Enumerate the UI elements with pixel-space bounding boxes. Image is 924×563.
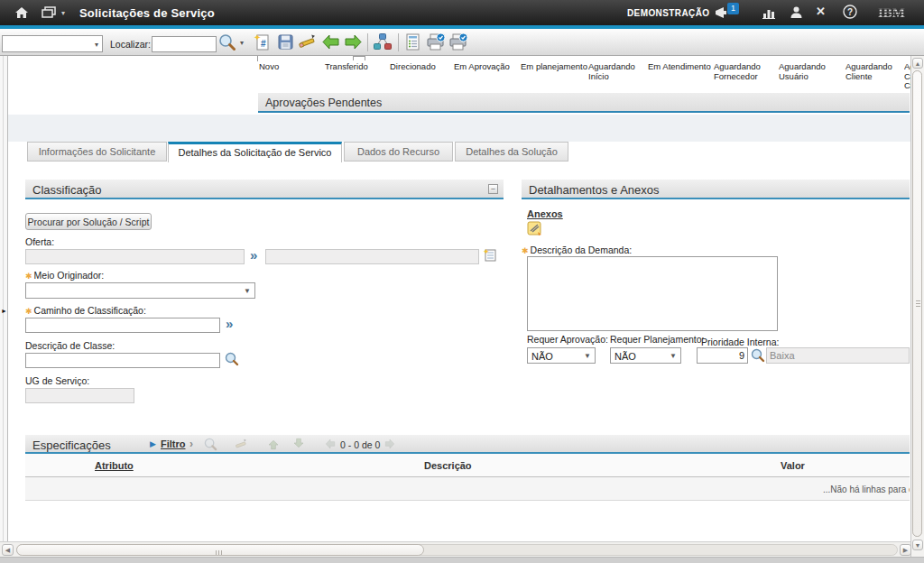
save-icon[interactable]	[276, 32, 296, 51]
vscroll-thumb[interactable]	[912, 70, 922, 537]
workflow-remnant	[257, 56, 258, 61]
next-page-icon	[384, 438, 397, 454]
goto-caret-icon[interactable]: ▾	[61, 9, 65, 17]
offer-input[interactable]	[25, 249, 245, 264]
column-atributo[interactable]: Atributo	[95, 460, 134, 471]
main-content: Novo Transferido Direcionado Em Aprovaçã…	[0, 56, 924, 541]
query-combobox[interactable]: ▾	[2, 35, 103, 52]
find-label: Localizar:	[110, 39, 151, 50]
offer-detail-chevron-icon[interactable]: »	[250, 247, 255, 263]
scroll-left-icon[interactable]: ◀	[2, 544, 14, 556]
offer-desc-input[interactable]	[265, 249, 479, 264]
ibm-logo: IBM	[877, 5, 917, 23]
attachments-link[interactable]: Anexos	[527, 208, 563, 219]
demand-label: ✱Descrição da Demanda:	[522, 245, 632, 255]
filter-expand-icon[interactable]: ▶	[150, 439, 156, 448]
band	[8, 115, 910, 142]
specifications-section-header[interactable]: Especificações ▶ Filtro › 0 - 0 de 0	[25, 435, 910, 454]
signout-icon[interactable]: ✕	[816, 5, 826, 18]
print-attachments-icon[interactable]	[448, 32, 468, 51]
hscroll-thumb[interactable]	[16, 544, 424, 556]
tab-detalhes-solicitacao[interactable]: Detalhes da Solicitação de Servico	[168, 142, 342, 162]
filter-link[interactable]: Filtro	[161, 438, 186, 449]
planning-label: Requer Planejamento:	[610, 334, 704, 345]
ug-input[interactable]	[25, 388, 134, 403]
goto-applications-icon[interactable]	[42, 6, 58, 23]
prev-row-icon	[267, 438, 280, 454]
search-icon[interactable]	[218, 33, 236, 55]
details-title: Detalhamentos e Anexos	[529, 183, 660, 197]
origin-select[interactable]: ▼	[25, 282, 255, 299]
scroll-right-icon[interactable]: ▶	[900, 544, 911, 556]
environment-label: DEMONSTRAÇÃO	[627, 8, 709, 18]
status-em-aprovacao: Em Aprovação	[454, 62, 517, 72]
priority-input[interactable]	[697, 347, 748, 364]
previous-record-icon[interactable]	[321, 32, 341, 51]
profile-icon[interactable]	[790, 5, 803, 23]
classification-path-chevron-icon[interactable]: »	[226, 316, 231, 331]
svg-text:✦: ✦	[483, 247, 490, 256]
priority-lookup-icon[interactable]	[751, 348, 765, 366]
required-icon: ✱	[522, 246, 529, 255]
priority-desc-input[interactable]	[766, 347, 910, 364]
approval-select[interactable]: NÃO▼	[527, 347, 596, 364]
planning-select[interactable]: NÃO▼	[610, 347, 681, 364]
class-lookup-icon[interactable]	[225, 352, 239, 370]
status-aguardando-cliente: Aguardando Cliente	[845, 62, 901, 81]
classification-section-header[interactable]: Classificação –	[25, 180, 504, 199]
pending-approvals-title: Aprovações Pendentes	[265, 97, 382, 109]
spec-table-header: Atributo Descrição Valor	[25, 454, 910, 477]
status-aguardando-fornecedor: Aguardando Fornecedor	[714, 62, 770, 81]
scroll-up-icon[interactable]: ▲	[912, 58, 923, 69]
filter-chevron-icon[interactable]: ›	[189, 438, 193, 450]
empty-message: ...Não há linhas para exibir...	[823, 485, 910, 494]
navigation-splitter[interactable]: ►	[0, 56, 8, 541]
column-descricao[interactable]: Descrição	[424, 460, 472, 471]
next-record-icon[interactable]	[344, 32, 364, 51]
svg-text:✦: ✦	[254, 32, 261, 42]
ug-label: UG de Serviço:	[25, 375, 89, 386]
status-em-atendimento: Em Atendimento	[648, 62, 718, 72]
status-aguardando-inicio: Aguardando Início	[588, 62, 639, 81]
approval-label: Requer Aprovação:	[527, 334, 608, 345]
expand-sidebar-icon[interactable]: ►	[1, 308, 7, 314]
edit-icon	[235, 438, 248, 455]
scroll-down-icon[interactable]: ▼	[912, 540, 923, 550]
classification-path-label: ✱Caminho de Classificação:	[25, 305, 146, 316]
details-section-header[interactable]: Detalhamentos e Anexos	[522, 180, 910, 199]
new-record-icon[interactable]: #✦	[253, 32, 273, 51]
clear-changes-icon[interactable]	[299, 32, 319, 51]
attachments-icon[interactable]	[527, 220, 543, 240]
splitter-line	[3, 56, 4, 541]
reports-chart-icon[interactable]	[762, 6, 776, 23]
minimize-icon[interactable]: –	[488, 184, 498, 194]
column-valor[interactable]: Valor	[781, 460, 805, 471]
tab-detalhes-solucao[interactable]: Detalhes da Solução	[455, 142, 568, 162]
search-options-caret-icon[interactable]: ▾	[240, 39, 244, 47]
demand-textarea[interactable]	[527, 256, 778, 331]
spec-table-empty-row: ...Não há linhas para exibir...	[25, 477, 910, 501]
search-solution-button[interactable]: Procurar por Solução / Script	[25, 213, 152, 230]
pending-approvals-header[interactable]: Aprovações Pendentes	[258, 93, 910, 113]
classification-path-input[interactable]	[25, 318, 220, 333]
workflow-icon[interactable]	[373, 32, 393, 51]
origin-label: ✱Meio Originador:	[25, 270, 104, 281]
svg-text:IBM: IBM	[878, 5, 905, 20]
print-icon[interactable]	[426, 32, 446, 51]
help-icon[interactable]: ?	[843, 5, 857, 23]
tab-dados-recurso[interactable]: Dados do Recurso	[344, 142, 453, 162]
vertical-scrollbar[interactable]: ▲ ▼	[910, 56, 924, 557]
classification-title: Classificação	[32, 183, 102, 197]
specifications-title: Especificações	[32, 438, 111, 452]
class-desc-input[interactable]	[25, 353, 220, 368]
horizontal-scrollbar[interactable]: ◀ ▶	[0, 541, 910, 557]
run-reports-icon[interactable]	[403, 32, 423, 51]
home-icon[interactable]	[14, 5, 29, 23]
priority-label: Prioridade Interna:	[701, 337, 779, 347]
notification-badge: 1	[727, 3, 739, 14]
required-icon: ✱	[25, 307, 32, 316]
offer-longdesc-icon[interactable]: ✦	[483, 247, 497, 266]
tab-informacoes-solicitante[interactable]: Informações do Solicitante	[27, 142, 167, 162]
find-input[interactable]	[152, 36, 217, 52]
application-window: ▾ Solicitações de Serviço DEMONSTRAÇÃO 1…	[0, 0, 924, 563]
